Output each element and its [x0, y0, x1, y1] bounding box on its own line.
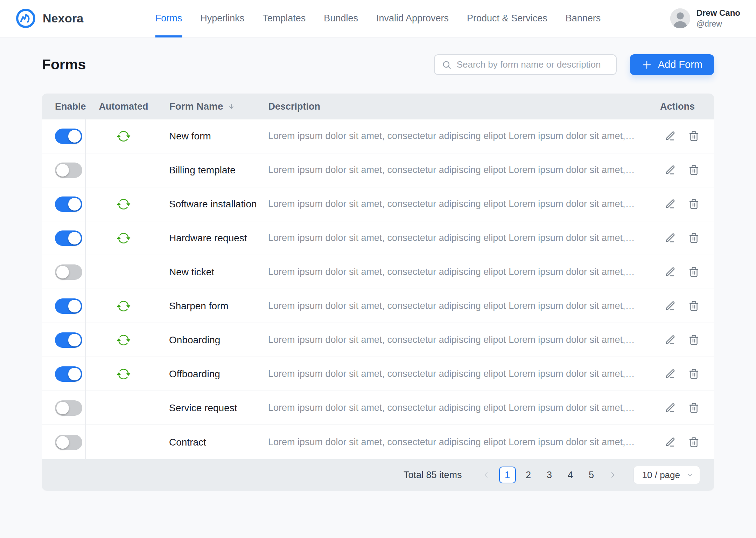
delete-icon[interactable]	[688, 131, 699, 142]
toggle-knob	[56, 164, 69, 177]
nav-item-forms[interactable]: Forms	[155, 0, 182, 37]
toggle-knob	[68, 368, 81, 380]
edit-icon[interactable]	[665, 165, 676, 175]
prev-page-button[interactable]	[478, 467, 495, 483]
automated-cell	[86, 231, 161, 245]
edit-icon[interactable]	[665, 368, 676, 379]
table-row: Onboarding Lorem ipsum dolor sit amet, c…	[42, 323, 714, 357]
delete-icon[interactable]	[688, 199, 699, 209]
delete-icon[interactable]	[688, 437, 699, 448]
edit-icon[interactable]	[665, 199, 676, 209]
automated-sync-icon	[117, 333, 131, 347]
nav-item-product-services[interactable]: Product & Services	[467, 0, 547, 37]
row-actions	[648, 368, 714, 379]
page-button-4[interactable]: 4	[562, 467, 579, 483]
table-row: Offboarding Lorem ipsum dolor sit amet, …	[42, 357, 714, 391]
enable-cell	[42, 255, 86, 289]
row-actions	[648, 402, 714, 413]
table-row: Service request Lorem ipsum dolor sit am…	[42, 391, 714, 425]
page-button-2[interactable]: 2	[520, 467, 537, 483]
automated-sync-icon	[117, 367, 131, 381]
enable-toggle[interactable]	[55, 366, 82, 382]
enable-toggle[interactable]	[55, 163, 82, 178]
page-size-select[interactable]: 10 / page	[634, 466, 700, 484]
enable-cell	[42, 153, 86, 187]
enable-toggle[interactable]	[55, 230, 82, 246]
form-description: Lorem ipsum dolor sit amet, consectetur …	[262, 301, 648, 311]
form-description: Lorem ipsum dolor sit amet, consectetur …	[262, 233, 648, 243]
nav-item-hyperlinks[interactable]: Hyperlinks	[200, 0, 244, 37]
delete-icon[interactable]	[688, 301, 699, 311]
search-icon	[442, 60, 451, 70]
edit-icon[interactable]	[665, 131, 676, 142]
add-form-button[interactable]: Add Form	[630, 54, 714, 75]
enable-toggle[interactable]	[55, 129, 82, 144]
main-nav: FormsHyperlinksTemplatesBundlesInvalid A…	[155, 0, 601, 37]
nav-item-bundles[interactable]: Bundles	[324, 0, 358, 37]
page-button-5[interactable]: 5	[583, 467, 600, 483]
table-row: Hardware request Lorem ipsum dolor sit a…	[42, 221, 714, 255]
form-description: Lorem ipsum dolor sit amet, consectetur …	[262, 437, 648, 448]
next-page-button[interactable]	[604, 467, 621, 483]
enable-cell	[42, 357, 86, 391]
enable-toggle[interactable]	[55, 264, 82, 280]
add-form-label: Add Form	[658, 59, 702, 70]
table-row: Software installation Lorem ipsum dolor …	[42, 187, 714, 221]
plus-icon	[642, 60, 652, 70]
enable-toggle[interactable]	[55, 435, 82, 450]
enable-cell	[42, 425, 86, 459]
nav-item-banners[interactable]: Banners	[566, 0, 601, 37]
column-description: Description	[263, 101, 648, 112]
nav-item-templates[interactable]: Templates	[262, 0, 306, 37]
user-menu[interactable]: Drew Cano @drew	[670, 8, 740, 29]
delete-icon[interactable]	[688, 233, 699, 243]
table-row: Billing template Lorem ipsum dolor sit a…	[42, 153, 714, 187]
form-description: Lorem ipsum dolor sit amet, consectetur …	[262, 368, 648, 379]
enable-toggle[interactable]	[55, 332, 82, 348]
edit-icon[interactable]	[665, 334, 676, 345]
form-name: Billing template	[161, 165, 262, 176]
nav-item-invalid-approvers[interactable]: Invalid Approvers	[376, 0, 449, 37]
delete-icon[interactable]	[688, 368, 699, 379]
brand[interactable]: Nexora	[16, 8, 83, 28]
pagination: 12345	[478, 467, 621, 483]
row-actions	[648, 165, 714, 175]
enable-toggle[interactable]	[55, 400, 82, 416]
row-actions	[648, 131, 714, 142]
user-handle: @drew	[696, 19, 740, 29]
search-input[interactable]	[457, 59, 609, 70]
page-button-1[interactable]: 1	[499, 467, 516, 483]
page-content: Forms Add Form Enable Automated Form Nam…	[0, 54, 756, 491]
automated-cell	[86, 367, 161, 381]
enable-toggle[interactable]	[55, 298, 82, 314]
forms-table: Enable Automated Form Name Description A…	[42, 94, 714, 491]
delete-icon[interactable]	[688, 165, 699, 175]
delete-icon[interactable]	[688, 334, 699, 345]
enable-cell	[42, 119, 86, 153]
edit-icon[interactable]	[665, 301, 676, 311]
chevron-down-icon	[686, 471, 693, 478]
form-name: Offboarding	[161, 368, 262, 380]
delete-icon[interactable]	[688, 267, 699, 277]
toggle-knob	[68, 334, 81, 346]
column-form-name[interactable]: Form Name	[161, 101, 263, 112]
column-enable: Enable	[42, 94, 86, 119]
edit-icon[interactable]	[665, 267, 676, 277]
form-description: Lorem ipsum dolor sit amet, consectetur …	[262, 131, 648, 142]
edit-icon[interactable]	[665, 437, 676, 448]
table-row: New ticket Lorem ipsum dolor sit amet, c…	[42, 255, 714, 289]
page-button-3[interactable]: 3	[541, 467, 558, 483]
toggle-knob	[68, 130, 81, 143]
sort-desc-icon[interactable]	[227, 103, 235, 110]
row-actions	[648, 199, 714, 209]
edit-icon[interactable]	[665, 233, 676, 243]
form-name: Hardware request	[161, 233, 262, 244]
table-row: Sharpen form Lorem ipsum dolor sit amet,…	[42, 289, 714, 323]
form-name: Sharpen form	[161, 301, 262, 312]
edit-icon[interactable]	[665, 402, 676, 413]
delete-icon[interactable]	[688, 402, 699, 413]
row-actions	[648, 233, 714, 243]
automated-sync-icon	[117, 197, 131, 211]
enable-toggle[interactable]	[55, 196, 82, 212]
form-description: Lorem ipsum dolor sit amet, consectetur …	[262, 402, 648, 413]
